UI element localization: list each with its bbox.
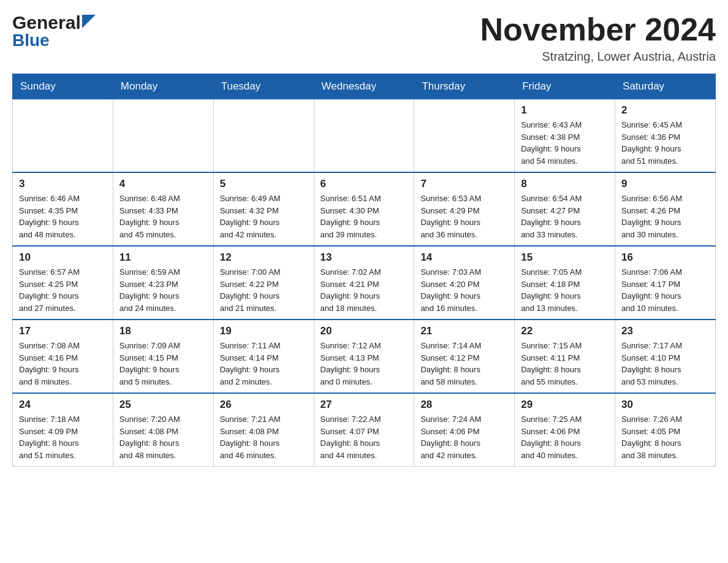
header-monday: Monday xyxy=(113,74,213,99)
day-number: 13 xyxy=(320,251,408,264)
calendar-cell: 16Sunrise: 7:06 AM Sunset: 4:17 PM Dayli… xyxy=(615,246,716,320)
day-number: 24 xyxy=(19,399,107,411)
header-saturday: Saturday xyxy=(615,74,716,99)
calendar-cell: 28Sunrise: 7:24 AM Sunset: 4:06 PM Dayli… xyxy=(414,393,515,467)
day-info: Sunrise: 6:51 AM Sunset: 4:30 PM Dayligh… xyxy=(320,193,408,240)
day-number: 23 xyxy=(621,325,709,337)
day-number: 2 xyxy=(621,104,709,117)
day-info: Sunrise: 7:20 AM Sunset: 4:08 PM Dayligh… xyxy=(119,413,207,461)
calendar-cell: 4Sunrise: 6:48 AM Sunset: 4:33 PM Daylig… xyxy=(113,172,213,246)
day-number: 15 xyxy=(521,251,609,264)
calendar-cell: 8Sunrise: 6:54 AM Sunset: 4:27 PM Daylig… xyxy=(515,172,615,246)
logo: General Blue xyxy=(12,12,96,50)
calendar-cell xyxy=(213,99,314,173)
calendar-cell: 3Sunrise: 6:46 AM Sunset: 4:35 PM Daylig… xyxy=(13,172,113,246)
calendar-week-5: 24Sunrise: 7:18 AM Sunset: 4:09 PM Dayli… xyxy=(13,393,716,467)
day-info: Sunrise: 7:08 AM Sunset: 4:16 PM Dayligh… xyxy=(19,340,107,388)
day-number: 11 xyxy=(119,251,207,264)
calendar-week-3: 10Sunrise: 6:57 AM Sunset: 4:25 PM Dayli… xyxy=(13,246,716,320)
calendar-week-2: 3Sunrise: 6:46 AM Sunset: 4:35 PM Daylig… xyxy=(13,172,716,246)
day-number: 25 xyxy=(119,399,207,411)
day-number: 3 xyxy=(19,178,107,190)
calendar-cell: 26Sunrise: 7:21 AM Sunset: 4:08 PM Dayli… xyxy=(213,393,314,467)
calendar-cell xyxy=(414,99,515,173)
day-number: 21 xyxy=(420,325,508,337)
day-number: 30 xyxy=(621,399,709,411)
calendar-cell: 27Sunrise: 7:22 AM Sunset: 4:07 PM Dayli… xyxy=(314,393,414,467)
calendar-cell: 22Sunrise: 7:15 AM Sunset: 4:11 PM Dayli… xyxy=(515,320,615,393)
day-info: Sunrise: 6:48 AM Sunset: 4:33 PM Dayligh… xyxy=(119,193,207,240)
day-number: 29 xyxy=(521,399,609,411)
day-info: Sunrise: 7:21 AM Sunset: 4:08 PM Dayligh… xyxy=(220,413,308,461)
day-number: 7 xyxy=(420,178,508,190)
page-header: General Blue November 2024 Stratzing, Lo… xyxy=(12,12,716,64)
day-info: Sunrise: 7:05 AM Sunset: 4:18 PM Dayligh… xyxy=(521,266,609,314)
day-info: Sunrise: 7:25 AM Sunset: 4:06 PM Dayligh… xyxy=(521,413,609,461)
day-info: Sunrise: 6:46 AM Sunset: 4:35 PM Dayligh… xyxy=(19,193,107,240)
title-area: November 2024 Stratzing, Lower Austria, … xyxy=(480,12,716,64)
calendar-cell xyxy=(13,99,113,173)
day-info: Sunrise: 7:14 AM Sunset: 4:12 PM Dayligh… xyxy=(420,340,508,388)
day-info: Sunrise: 7:12 AM Sunset: 4:13 PM Dayligh… xyxy=(320,340,408,388)
location-text: Stratzing, Lower Austria, Austria xyxy=(480,50,716,64)
calendar-cell: 21Sunrise: 7:14 AM Sunset: 4:12 PM Dayli… xyxy=(414,320,515,393)
day-number: 14 xyxy=(420,251,508,264)
calendar-cell: 25Sunrise: 7:20 AM Sunset: 4:08 PM Dayli… xyxy=(113,393,213,467)
day-info: Sunrise: 6:49 AM Sunset: 4:32 PM Dayligh… xyxy=(220,193,308,240)
day-info: Sunrise: 7:03 AM Sunset: 4:20 PM Dayligh… xyxy=(420,266,508,314)
day-number: 10 xyxy=(19,251,107,264)
calendar-cell: 13Sunrise: 7:02 AM Sunset: 4:21 PM Dayli… xyxy=(314,246,414,320)
calendar-cell: 6Sunrise: 6:51 AM Sunset: 4:30 PM Daylig… xyxy=(314,172,414,246)
header-wednesday: Wednesday xyxy=(314,74,414,99)
logo-blue-text: Blue xyxy=(12,31,50,50)
day-number: 28 xyxy=(420,399,508,411)
calendar-cell xyxy=(314,99,414,173)
day-number: 5 xyxy=(220,178,308,190)
calendar-header-row: SundayMondayTuesdayWednesdayThursdayFrid… xyxy=(13,74,716,99)
day-info: Sunrise: 7:17 AM Sunset: 4:10 PM Dayligh… xyxy=(621,340,709,388)
day-info: Sunrise: 7:09 AM Sunset: 4:15 PM Dayligh… xyxy=(119,340,207,388)
calendar-cell: 29Sunrise: 7:25 AM Sunset: 4:06 PM Dayli… xyxy=(515,393,615,467)
calendar-cell: 30Sunrise: 7:26 AM Sunset: 4:05 PM Dayli… xyxy=(615,393,716,467)
day-number: 17 xyxy=(19,325,107,337)
calendar-cell: 7Sunrise: 6:53 AM Sunset: 4:29 PM Daylig… xyxy=(414,172,515,246)
header-tuesday: Tuesday xyxy=(213,74,314,99)
day-number: 8 xyxy=(521,178,609,190)
calendar-table: SundayMondayTuesdayWednesdayThursdayFrid… xyxy=(12,74,716,467)
day-number: 6 xyxy=(320,178,408,190)
day-number: 22 xyxy=(521,325,609,337)
svg-marker-0 xyxy=(82,15,96,28)
day-info: Sunrise: 6:59 AM Sunset: 4:23 PM Dayligh… xyxy=(119,266,207,314)
calendar-week-1: 1Sunrise: 6:43 AM Sunset: 4:38 PM Daylig… xyxy=(13,99,716,173)
calendar-cell: 20Sunrise: 7:12 AM Sunset: 4:13 PM Dayli… xyxy=(314,320,414,393)
calendar-cell: 1Sunrise: 6:43 AM Sunset: 4:38 PM Daylig… xyxy=(515,99,615,173)
calendar-cell: 23Sunrise: 7:17 AM Sunset: 4:10 PM Dayli… xyxy=(615,320,716,393)
calendar-cell: 17Sunrise: 7:08 AM Sunset: 4:16 PM Dayli… xyxy=(13,320,113,393)
calendar-week-4: 17Sunrise: 7:08 AM Sunset: 4:16 PM Dayli… xyxy=(13,320,716,393)
day-info: Sunrise: 7:06 AM Sunset: 4:17 PM Dayligh… xyxy=(621,266,709,314)
day-number: 27 xyxy=(320,399,408,411)
day-info: Sunrise: 7:22 AM Sunset: 4:07 PM Dayligh… xyxy=(320,413,408,461)
month-title: November 2024 xyxy=(480,12,716,47)
calendar-cell: 19Sunrise: 7:11 AM Sunset: 4:14 PM Dayli… xyxy=(213,320,314,393)
logo-general-text: General xyxy=(12,12,81,33)
day-number: 16 xyxy=(621,251,709,264)
calendar-cell: 12Sunrise: 7:00 AM Sunset: 4:22 PM Dayli… xyxy=(213,246,314,320)
calendar-cell: 9Sunrise: 6:56 AM Sunset: 4:26 PM Daylig… xyxy=(615,172,716,246)
day-info: Sunrise: 7:00 AM Sunset: 4:22 PM Dayligh… xyxy=(220,266,308,314)
calendar-cell: 24Sunrise: 7:18 AM Sunset: 4:09 PM Dayli… xyxy=(13,393,113,467)
day-number: 18 xyxy=(119,325,207,337)
day-number: 26 xyxy=(220,399,308,411)
day-number: 4 xyxy=(119,178,207,190)
header-sunday: Sunday xyxy=(13,74,113,99)
day-info: Sunrise: 6:45 AM Sunset: 4:36 PM Dayligh… xyxy=(621,119,709,167)
logo-triangle-icon xyxy=(82,15,96,28)
day-info: Sunrise: 7:15 AM Sunset: 4:11 PM Dayligh… xyxy=(521,340,609,388)
day-info: Sunrise: 7:26 AM Sunset: 4:05 PM Dayligh… xyxy=(621,413,709,461)
calendar-cell: 15Sunrise: 7:05 AM Sunset: 4:18 PM Dayli… xyxy=(515,246,615,320)
calendar-cell: 10Sunrise: 6:57 AM Sunset: 4:25 PM Dayli… xyxy=(13,246,113,320)
calendar-cell: 2Sunrise: 6:45 AM Sunset: 4:36 PM Daylig… xyxy=(615,99,716,173)
calendar-cell: 18Sunrise: 7:09 AM Sunset: 4:15 PM Dayli… xyxy=(113,320,213,393)
calendar-cell xyxy=(113,99,213,173)
day-info: Sunrise: 6:43 AM Sunset: 4:38 PM Dayligh… xyxy=(521,119,609,167)
